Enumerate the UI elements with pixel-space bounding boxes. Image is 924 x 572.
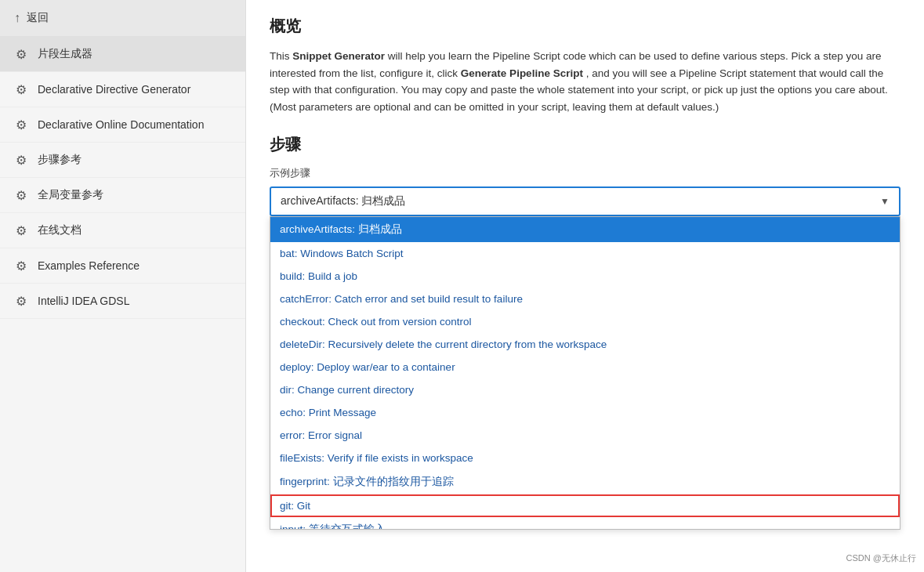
dropdown-item-deploy[interactable]: deploy: Deploy war/ear to a container — [270, 356, 900, 378]
desc-bold1: Snippet Generator — [292, 50, 385, 62]
settings-icon: ⚙ — [14, 223, 28, 237]
desc-bold2: Generate Pipeline Script — [461, 67, 583, 79]
sidebar-item-declarative-online[interactable]: ⚙Declarative Online Documentation — [0, 107, 245, 143]
dropdown-item-catchError[interactable]: catchError: Catch error and set build re… — [270, 288, 900, 310]
dropdown-item-error[interactable]: error: Error signal — [270, 424, 900, 447]
sidebar-item-intellij[interactable]: ⚙IntelliJ IDEA GDSL — [0, 284, 245, 319]
sidebar-item-label: Declarative Online Documentation — [38, 118, 204, 131]
settings-icon: ⚙ — [14, 259, 28, 273]
steps-label: 示例步骤 — [270, 166, 900, 180]
dropdown-selected-value: archiveArtifacts: 归档成品 — [281, 194, 405, 208]
main-content: 概览 This Snippet Generator will help you … — [246, 0, 924, 572]
sidebar-item-label: Declarative Directive Generator — [38, 83, 190, 96]
dropdown-list[interactable]: archiveArtifacts: 归档成品bat: Windows Batch… — [270, 216, 900, 530]
settings-icon: ⚙ — [14, 82, 28, 96]
dropdown-item-dir[interactable]: dir: Change current directory — [270, 378, 900, 401]
dropdown-item-checkout[interactable]: checkout: Check out from version control — [270, 310, 900, 333]
sidebar-item-online-doc[interactable]: ⚙在线文档 — [0, 213, 245, 248]
sidebar-item-global-var[interactable]: ⚙全局变量参考 — [0, 178, 245, 213]
dropdown-item-fileExists[interactable]: fileExists: Verify if file exists in wor… — [270, 447, 900, 469]
dropdown-item-archiveArtifacts[interactable]: archiveArtifacts: 归档成品 — [270, 217, 900, 242]
dropdown-item-fingerprint[interactable]: fingerprint: 记录文件的指纹用于追踪 — [270, 469, 900, 494]
back-label: 返回 — [27, 11, 49, 25]
overview-title: 概览 — [270, 16, 900, 37]
back-arrow-icon: ↑ — [14, 11, 20, 25]
steps-dropdown-container: archiveArtifacts: 归档成品 ▼ archiveArtifact… — [270, 186, 900, 216]
sidebar-item-label: 步骤参考 — [38, 153, 82, 167]
sidebar-item-label: 片段生成器 — [38, 47, 92, 61]
sidebar-item-declarative-directive[interactable]: ⚙Declarative Directive Generator — [0, 72, 245, 107]
sidebar-item-label: Examples Reference — [38, 259, 140, 272]
dropdown-arrow-icon: ▼ — [880, 196, 890, 207]
sidebar-items: ⚙片段生成器⚙Declarative Directive Generator⚙D… — [0, 37, 245, 319]
settings-icon: ⚙ — [14, 118, 28, 132]
sidebar-item-label: IntelliJ IDEA GDSL — [38, 295, 130, 307]
sidebar-item-label: 在线文档 — [38, 223, 82, 237]
dropdown-item-bat[interactable]: bat: Windows Batch Script — [270, 242, 900, 265]
steps-title: 步骤 — [270, 134, 900, 155]
sidebar-item-snippet-generator[interactable]: ⚙片段生成器 — [0, 37, 245, 72]
settings-icon: ⚙ — [14, 294, 28, 308]
settings-icon: ⚙ — [14, 47, 28, 61]
sidebar-item-label: 全局变量参考 — [38, 188, 103, 202]
sidebar-item-step-ref[interactable]: ⚙步骤参考 — [0, 143, 245, 178]
dropdown-item-echo[interactable]: echo: Print Message — [270, 401, 900, 424]
sidebar-item-examples-ref[interactable]: ⚙Examples Reference — [0, 248, 245, 284]
back-button[interactable]: ↑ 返回 — [0, 0, 245, 37]
dropdown-item-build[interactable]: build: Build a job — [270, 265, 900, 288]
sidebar: ↑ 返回 ⚙片段生成器⚙Declarative Directive Genera… — [0, 0, 246, 572]
dropdown-item-deleteDir[interactable]: deleteDir: Recursively delete the curren… — [270, 333, 900, 356]
settings-icon: ⚙ — [14, 153, 28, 167]
desc-part1: This — [270, 50, 292, 62]
watermark: CSDN @无休止行 — [846, 552, 916, 564]
settings-icon: ⚙ — [14, 188, 28, 202]
dropdown-item-input[interactable]: input: 等待交互式输入 — [270, 517, 900, 530]
overview-description: This Snippet Generator will help you lea… — [270, 48, 900, 115]
steps-dropdown-trigger[interactable]: archiveArtifacts: 归档成品 ▼ — [270, 186, 900, 216]
dropdown-item-git[interactable]: git: Git — [270, 494, 900, 517]
